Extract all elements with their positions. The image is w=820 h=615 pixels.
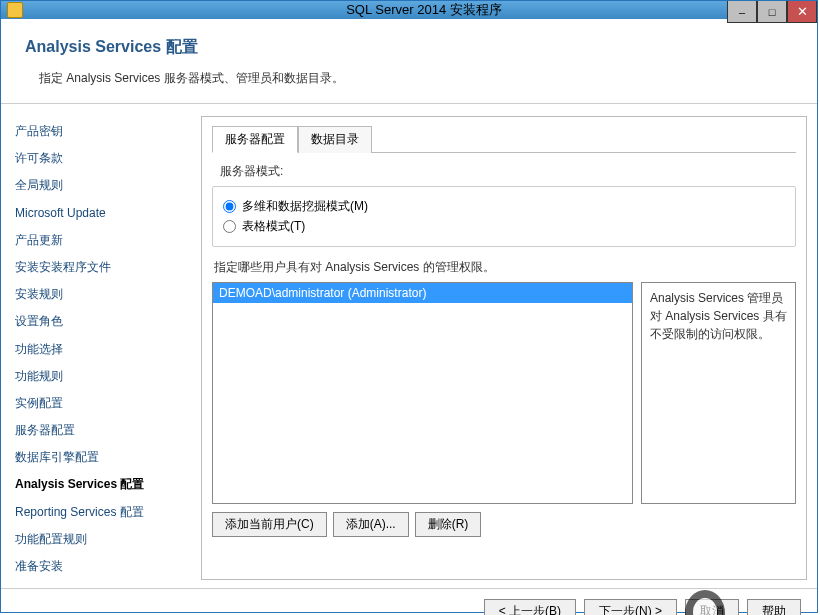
sidebar-item-10[interactable]: 实例配置 <box>11 390 191 417</box>
server-mode-option-0[interactable]: 多维和数据挖掘模式(M) <box>223 198 785 215</box>
sidebar-item-16[interactable]: 准备安装 <box>11 553 191 580</box>
admin-buttons: 添加当前用户(C) 添加(A)... 删除(R) <box>212 512 796 537</box>
window-title: SQL Server 2014 安装程序 <box>31 1 817 19</box>
server-mode-option-1[interactable]: 表格模式(T) <box>223 218 785 235</box>
add-button[interactable]: 添加(A)... <box>333 512 409 537</box>
close-button[interactable]: ✕ <box>787 1 817 23</box>
sidebar-item-7[interactable]: 设置角色 <box>11 308 191 335</box>
sidebar-item-13[interactable]: Analysis Services 配置 <box>11 471 191 498</box>
server-mode-group: 多维和数据挖掘模式(M)表格模式(T) <box>212 186 796 247</box>
sidebar-item-12[interactable]: 数据库引擎配置 <box>11 444 191 471</box>
sidebar-item-5[interactable]: 安装安装程序文件 <box>11 254 191 281</box>
titlebar: SQL Server 2014 安装程序 – □ ✕ <box>1 1 817 19</box>
header: Analysis Services 配置 指定 Analysis Service… <box>1 19 817 104</box>
server-mode-radio-1[interactable] <box>223 220 236 233</box>
back-button[interactable]: < 上一步(B) <box>484 599 576 615</box>
cancel-button[interactable]: 取消 <box>685 599 739 615</box>
minimize-button[interactable]: – <box>727 1 757 23</box>
sidebar-item-15[interactable]: 功能配置规则 <box>11 526 191 553</box>
server-mode-label-1: 表格模式(T) <box>242 218 305 235</box>
tab-1[interactable]: 数据目录 <box>298 126 372 153</box>
server-mode-label: 服务器模式: <box>212 163 796 180</box>
sidebar-item-14[interactable]: Reporting Services 配置 <box>11 499 191 526</box>
sidebar-item-11[interactable]: 服务器配置 <box>11 417 191 444</box>
sidebar-item-3[interactable]: Microsoft Update <box>11 200 191 227</box>
server-mode-radio-0[interactable] <box>223 200 236 213</box>
add-current-user-button[interactable]: 添加当前用户(C) <box>212 512 327 537</box>
permissions-label: 指定哪些用户具有对 Analysis Services 的管理权限。 <box>214 259 796 276</box>
remove-button[interactable]: 删除(R) <box>415 512 482 537</box>
sidebar: 产品密钥许可条款全局规则Microsoft Update产品更新安装安装程序文件… <box>11 116 191 580</box>
admin-description: Analysis Services 管理员对 Analysis Services… <box>641 282 796 504</box>
page-subtitle: 指定 Analysis Services 服务器模式、管理员和数据目录。 <box>25 70 793 87</box>
sidebar-item-4[interactable]: 产品更新 <box>11 227 191 254</box>
sidebar-item-9[interactable]: 功能规则 <box>11 363 191 390</box>
tab-0[interactable]: 服务器配置 <box>212 126 298 153</box>
tabs: 服务器配置数据目录 <box>212 125 796 153</box>
window-controls: – □ ✕ <box>727 1 817 23</box>
admin-listbox[interactable]: DEMOAD\administrator (Administrator) <box>212 282 633 504</box>
sidebar-item-8[interactable]: 功能选择 <box>11 336 191 363</box>
main-panel: 服务器配置数据目录 服务器模式: 多维和数据挖掘模式(M)表格模式(T) 指定哪… <box>201 116 807 580</box>
sidebar-item-1[interactable]: 许可条款 <box>11 145 191 172</box>
content: 产品密钥许可条款全局规则Microsoft Update产品更新安装安装程序文件… <box>1 104 817 588</box>
next-button[interactable]: 下一步(N) > <box>584 599 677 615</box>
footer: < 上一步(B) 下一步(N) > 取消 帮助 黑区网络 www.linuxid… <box>1 588 817 615</box>
sidebar-item-6[interactable]: 安装规则 <box>11 281 191 308</box>
sidebar-item-2[interactable]: 全局规则 <box>11 172 191 199</box>
app-icon <box>7 2 23 18</box>
help-button[interactable]: 帮助 <box>747 599 801 615</box>
listbox-item-0[interactable]: DEMOAD\administrator (Administrator) <box>213 283 632 303</box>
window: SQL Server 2014 安装程序 – □ ✕ Analysis Serv… <box>0 0 818 613</box>
maximize-button[interactable]: □ <box>757 1 787 23</box>
server-mode-label-0: 多维和数据挖掘模式(M) <box>242 198 368 215</box>
admin-row: DEMOAD\administrator (Administrator) Ana… <box>212 282 796 504</box>
sidebar-item-0[interactable]: 产品密钥 <box>11 118 191 145</box>
page-title: Analysis Services 配置 <box>25 37 793 58</box>
